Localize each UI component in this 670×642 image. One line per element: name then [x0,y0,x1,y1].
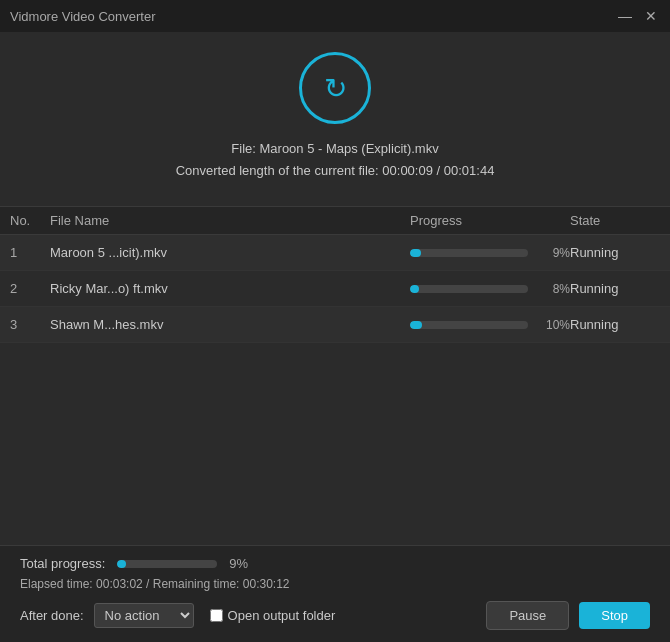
row-progress-label: 10% [538,318,570,332]
total-progress-percent: 9% [229,556,650,571]
row-progress-label: 9% [538,246,570,260]
spinner-circle: ↻ [299,52,371,124]
row-progress-bar-bg [410,249,528,257]
total-progress-row: Total progress: 9% [20,556,650,571]
bottom-area: Total progress: 9% Elapsed time: 00:03:0… [0,545,670,642]
table-rows: 1 Maroon 5 ...icit).mkv 9% Running 2 Ric… [0,235,670,343]
table-row: 3 Shawn M...hes.mkv 10% Running [0,307,670,343]
total-progress-label: Total progress: [20,556,105,571]
open-output-checkbox-area: Open output folder [210,608,336,623]
spinner-area: ↻ File: Maroon 5 - Maps (Explicit).mkv C… [0,32,670,198]
converted-length-line: Converted length of the current file: 00… [176,160,495,182]
total-progress-bar-fill [117,560,126,568]
col-progress: Progress [410,213,570,228]
row-progress-bar-fill [410,321,422,329]
elapsed-row: Elapsed time: 00:03:02 / Remaining time:… [20,577,650,591]
row-filename: Maroon 5 ...icit).mkv [50,245,410,260]
file-name-line: File: Maroon 5 - Maps (Explicit).mkv [176,138,495,160]
refresh-icon: ↻ [324,72,347,105]
row-state: Running [570,317,660,332]
col-state: State [570,213,660,228]
file-info: File: Maroon 5 - Maps (Explicit).mkv Con… [176,138,495,182]
row-state: Running [570,281,660,296]
table-row: 2 Ricky Mar...o) ft.mkv 8% Running [0,271,670,307]
row-progress-cell: 10% [410,318,570,332]
table-header: No. File Name Progress State [0,206,670,235]
row-progress-bar-bg [410,285,528,293]
row-progress-bar-bg [410,321,528,329]
row-progress-cell: 9% [410,246,570,260]
row-filename: Shawn M...hes.mkv [50,317,410,332]
row-state: Running [570,245,660,260]
row-progress-bar-fill [410,249,421,257]
pause-button[interactable]: Pause [486,601,569,630]
row-no: 1 [10,245,50,260]
after-done-label: After done: [20,608,84,623]
open-output-label[interactable]: Open output folder [228,608,336,623]
row-no: 2 [10,281,50,296]
col-no: No. [10,213,50,228]
total-progress-bar-bg [117,560,217,568]
row-progress-label: 8% [538,282,570,296]
minimize-button[interactable]: — [616,7,634,25]
stop-button[interactable]: Stop [579,602,650,629]
after-done-select[interactable]: No actionExitShut downHibernate [94,603,194,628]
open-output-checkbox[interactable] [210,609,223,622]
table-row: 1 Maroon 5 ...icit).mkv 9% Running [0,235,670,271]
col-filename: File Name [50,213,410,228]
row-progress-cell: 8% [410,282,570,296]
title-bar: Vidmore Video Converter — ✕ [0,0,670,32]
elapsed-text: Elapsed time: 00:03:02 / Remaining time:… [20,577,290,591]
window-controls: — ✕ [616,7,660,25]
row-progress-bar-fill [410,285,419,293]
row-no: 3 [10,317,50,332]
action-row: After done: No actionExitShut downHibern… [20,601,650,630]
row-filename: Ricky Mar...o) ft.mkv [50,281,410,296]
app-title: Vidmore Video Converter [10,9,616,24]
close-button[interactable]: ✕ [642,7,660,25]
